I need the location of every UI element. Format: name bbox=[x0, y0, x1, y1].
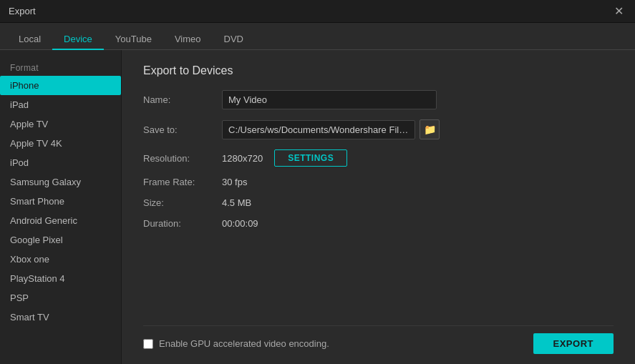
tab-youtube[interactable]: YouTube bbox=[104, 29, 163, 50]
name-input[interactable] bbox=[222, 90, 437, 109]
sidebar-item-smart-tv[interactable]: Smart TV bbox=[0, 308, 121, 327]
gpu-label: Enable GPU accelerated video encoding. bbox=[159, 338, 329, 349]
size-label: Size: bbox=[143, 197, 222, 208]
name-label: Name: bbox=[143, 94, 222, 105]
export-button[interactable]: EXPORT bbox=[533, 333, 614, 354]
sidebar-item-apple-tv[interactable]: Apple TV bbox=[0, 114, 121, 134]
sidebar-item-psp[interactable]: PSP bbox=[0, 288, 121, 308]
gpu-checkbox-row: Enable GPU accelerated video encoding. bbox=[143, 338, 329, 349]
sidebar-item-apple-tv-4k[interactable]: Apple TV 4K bbox=[0, 134, 121, 153]
sidebar: Format iPhone iPad Apple TV Apple TV 4K … bbox=[0, 50, 122, 364]
size-value: 4.5 MB bbox=[222, 197, 251, 208]
folder-icon: 📁 bbox=[424, 124, 436, 135]
sidebar-item-smart-phone[interactable]: Smart Phone bbox=[0, 192, 121, 211]
resolution-label: Resolution: bbox=[143, 153, 222, 164]
frame-rate-value: 30 fps bbox=[222, 177, 247, 187]
name-row: Name: bbox=[143, 90, 614, 109]
duration-value: 00:00:09 bbox=[222, 218, 258, 229]
tab-local[interactable]: Local bbox=[7, 29, 52, 50]
frame-rate-label: Frame Rate: bbox=[143, 177, 222, 187]
sidebar-item-samsung-galaxy[interactable]: Samsung Galaxy bbox=[0, 172, 121, 192]
size-row: Size: 4.5 MB bbox=[143, 197, 614, 208]
sidebar-item-google-pixel[interactable]: Google Pixel bbox=[0, 230, 121, 250]
main-layout: Format iPhone iPad Apple TV Apple TV 4K … bbox=[0, 50, 635, 364]
tab-dvd[interactable]: DVD bbox=[213, 29, 255, 50]
gpu-checkbox[interactable] bbox=[143, 339, 153, 349]
tab-vimeo[interactable]: Vimeo bbox=[163, 29, 213, 50]
save-to-label: Save to: bbox=[143, 124, 222, 135]
sidebar-section-label: Format bbox=[0, 59, 121, 76]
sidebar-item-ipad[interactable]: iPad bbox=[0, 95, 121, 114]
save-to-controls: 📁 bbox=[222, 119, 440, 139]
sidebar-item-xbox-one[interactable]: Xbox one bbox=[0, 250, 121, 269]
content-area: Export to Devices Name: Save to: 📁 Resol… bbox=[122, 50, 635, 364]
sidebar-item-iphone[interactable]: iPhone bbox=[0, 76, 121, 95]
save-to-input[interactable] bbox=[222, 120, 415, 139]
sidebar-item-playstation-4[interactable]: PlayStation 4 bbox=[0, 269, 121, 288]
close-button[interactable]: ✕ bbox=[611, 4, 626, 19]
sidebar-item-ipod[interactable]: iPod bbox=[0, 153, 121, 172]
frame-rate-row: Frame Rate: 30 fps bbox=[143, 177, 614, 187]
settings-button[interactable]: SETTINGS bbox=[274, 149, 347, 167]
content-title: Export to Devices bbox=[143, 64, 614, 77]
sidebar-item-android-generic[interactable]: Android Generic bbox=[0, 211, 121, 230]
resolution-row: Resolution: 1280x720 SETTINGS bbox=[143, 149, 614, 167]
title-bar: Export ✕ bbox=[0, 0, 635, 23]
window-title: Export bbox=[9, 6, 36, 16]
resolution-value: 1280x720 bbox=[222, 153, 263, 164]
bottom-area: Enable GPU accelerated video encoding. E… bbox=[143, 325, 614, 354]
folder-browse-button[interactable]: 📁 bbox=[420, 119, 440, 139]
save-to-row: Save to: 📁 bbox=[143, 119, 614, 139]
tab-device[interactable]: Device bbox=[52, 29, 104, 50]
duration-row: Duration: 00:00:09 bbox=[143, 218, 614, 229]
duration-label: Duration: bbox=[143, 218, 222, 229]
tab-bar: Local Device YouTube Vimeo DVD bbox=[0, 23, 635, 50]
resolution-controls: 1280x720 SETTINGS bbox=[222, 149, 347, 167]
